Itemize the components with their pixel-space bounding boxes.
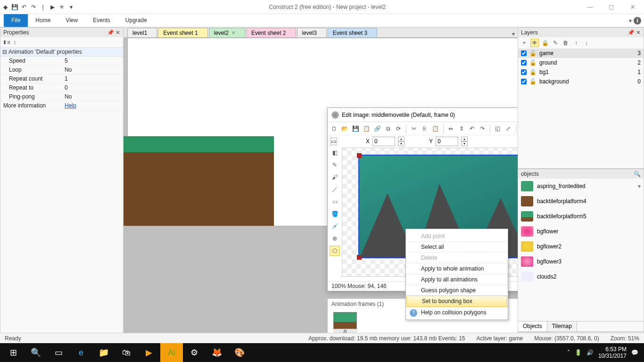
origin-icon[interactable]: ⊕ — [330, 233, 340, 244]
collision-polygon-icon[interactable]: ⬠ — [330, 246, 340, 256]
maximize-button[interactable]: ▢ — [601, 0, 622, 14]
store-icon[interactable]: 🛍 — [115, 343, 138, 362]
ctx-guess-shape[interactable]: Guess polygon shape — [406, 285, 508, 296]
battery-icon[interactable]: 🔋 — [575, 349, 582, 356]
x-up[interactable]: ▲ — [398, 137, 405, 141]
menu-events[interactable]: Events — [85, 14, 118, 27]
tile-sprite[interactable] — [189, 136, 274, 226]
layer-visible[interactable] — [521, 50, 527, 56]
tab-level2[interactable]: level2✕ — [209, 28, 245, 37]
object-row[interactable]: aspring_frontedited▾ — [518, 179, 644, 194]
fill-icon[interactable]: 🪣 — [330, 209, 340, 219]
prop-row[interactable]: LoopNo — [0, 66, 123, 74]
settings-icon[interactable]: ⚙ — [183, 343, 206, 362]
visibility-icon[interactable]: 👁 — [530, 39, 539, 47]
marquee-icon[interactable]: ▭ — [330, 138, 337, 145]
pin-icon[interactable]: 📌 ✕ — [627, 29, 641, 36]
lock-icon[interactable]: 🔒 — [529, 69, 537, 75]
save-icon[interactable]: 💾 — [352, 124, 360, 133]
crop-icon[interactable]: ◱ — [494, 124, 502, 133]
explorer-icon[interactable]: 📁 — [92, 343, 115, 362]
x-input[interactable] — [372, 137, 395, 146]
reload-icon[interactable]: ⟳ — [395, 124, 402, 133]
layer-visible[interactable] — [521, 60, 527, 66]
ctx-bounding-box[interactable]: Set to bounding box — [406, 296, 507, 307]
expand-icon[interactable]: ▾ — [638, 183, 641, 189]
close-button[interactable]: ✕ — [622, 0, 643, 14]
tabs-overflow-icon[interactable]: ▾ — [509, 31, 518, 37]
redo-icon[interactable]: ↷ — [29, 3, 38, 11]
clock[interactable]: 6:53 PM10/31/2017 — [598, 346, 627, 360]
menu-home[interactable]: Home — [28, 14, 58, 27]
search-icon[interactable]: 🔍 — [634, 171, 641, 177]
pencil-icon[interactable]: ✎ — [330, 160, 340, 170]
ctx-apply-whole[interactable]: Apply to whole animation — [406, 263, 508, 274]
flip-icon[interactable]: ⇕ — [458, 124, 465, 133]
layer-visible[interactable] — [521, 69, 527, 75]
volume-icon[interactable]: 🔊 — [586, 349, 594, 356]
search-icon[interactable]: 🔍 — [25, 343, 47, 362]
line-icon[interactable]: ／ — [330, 184, 340, 195]
rotate-cw-icon[interactable]: ↷ — [479, 124, 486, 133]
brush-icon[interactable]: 🖌 — [330, 172, 340, 182]
object-row[interactable]: bgflower2 — [518, 239, 644, 254]
prop-row[interactable]: Speed5 — [0, 57, 123, 66]
y-down[interactable]: ▼ — [461, 141, 468, 146]
app-icon[interactable]: 🎨 — [228, 343, 251, 362]
edit-icon[interactable]: ✎ — [551, 39, 560, 47]
tab-tilemap[interactable]: Tilemap — [547, 321, 577, 331]
ctx-select-all[interactable]: Select all — [406, 241, 508, 252]
ctx-apply-all[interactable]: Apply to all animations — [406, 274, 508, 285]
x-down[interactable]: ▼ — [398, 141, 405, 146]
tab-objects[interactable]: Objects — [518, 321, 547, 331]
layer-row[interactable]: 🔓ground2 — [518, 58, 644, 67]
object-row[interactable]: backtileforplatform5 — [518, 209, 644, 224]
eyedropper-icon[interactable]: 💉 — [330, 221, 340, 231]
add-layer-icon[interactable]: + — [520, 39, 528, 47]
rotate-ccw-icon[interactable]: ↶ — [468, 124, 476, 133]
object-row[interactable]: bgflower3 — [518, 254, 644, 269]
illustrator-icon[interactable]: Ai — [160, 343, 183, 362]
run-icon[interactable]: ▶ — [48, 3, 57, 11]
new-icon[interactable]: 🗋 — [330, 124, 338, 133]
lock-icon[interactable]: 🔒 — [541, 39, 549, 47]
undo-icon[interactable]: ↶ — [20, 3, 28, 11]
layer-visible[interactable] — [521, 79, 527, 84]
media-icon[interactable]: ▶ — [138, 343, 160, 362]
prop-row[interactable]: Ping-pongNo — [0, 92, 123, 101]
qat-dropdown-icon[interactable]: ▾ — [67, 3, 75, 11]
tab-level3[interactable]: level3 — [297, 28, 327, 37]
layer-row[interactable]: 🔒bg11 — [518, 67, 644, 77]
resize-icon[interactable]: ⤢ — [504, 124, 512, 133]
tab-eventsheet1[interactable]: Event sheet 1 — [158, 28, 207, 37]
rect-icon[interactable]: ▭ — [330, 197, 340, 207]
ribbon-collapse-icon[interactable]: ▾ — [629, 17, 632, 24]
cut-icon[interactable]: ✂ — [410, 124, 418, 133]
object-row[interactable]: backtileforplatform4 — [518, 194, 644, 209]
object-row[interactable]: bgflower — [518, 224, 644, 239]
link-icon[interactable]: 🔗 — [373, 124, 381, 133]
notifications-icon[interactable]: 💬 — [631, 349, 638, 356]
menu-file[interactable]: File — [4, 14, 28, 27]
start-button[interactable]: ⊞ — [2, 343, 25, 362]
tab-level1[interactable]: level1 — [127, 28, 157, 37]
lock-icon[interactable]: 🔓 — [529, 59, 537, 66]
tab-eventsheet3[interactable]: Event sheet 3 — [328, 28, 377, 37]
paste2-icon[interactable]: 📋 — [431, 124, 439, 133]
tab-eventsheet2[interactable]: Event sheet 2 — [246, 28, 296, 37]
sort-icon[interactable]: ⬍≡ — [2, 39, 10, 46]
lock-icon[interactable]: 🔓 — [529, 78, 537, 85]
menu-view[interactable]: View — [58, 14, 85, 27]
firefox-icon[interactable]: 🦊 — [206, 343, 228, 362]
down-icon[interactable]: ↓ — [582, 39, 591, 47]
edge-icon[interactable]: e — [70, 343, 92, 362]
categorize-icon[interactable]: ↕ — [13, 39, 16, 46]
y-input[interactable] — [436, 137, 458, 146]
layer-row[interactable]: 🔓background0 — [518, 77, 644, 86]
frame-thumbnail[interactable] — [333, 312, 357, 329]
object-row[interactable]: clouds2 — [518, 269, 644, 284]
delete-icon[interactable]: 🗑 — [561, 39, 570, 47]
help-icon[interactable]: i — [634, 17, 641, 25]
mirror-icon[interactable]: ⇔ — [447, 124, 454, 133]
lock-icon[interactable]: 🔓 — [529, 50, 537, 57]
